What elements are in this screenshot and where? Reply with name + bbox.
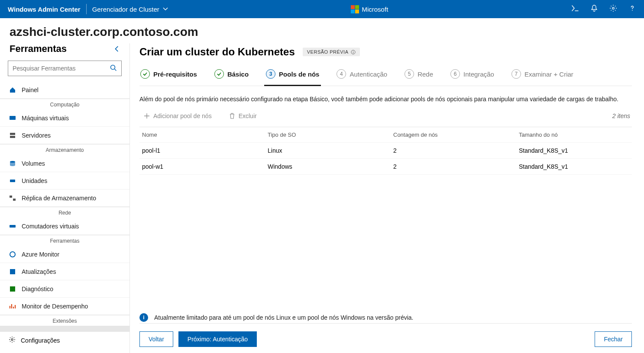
sidebar-item-label: Painel [22,87,39,93]
sidebar-item-painel[interactable]: Painel [0,81,129,99]
info-banner: i Atualmente limitado para até um pool d… [139,313,632,322]
step-prerequisites[interactable]: Pré-requisitos [139,69,198,86]
sidebar-item-label: Azure Monitor [22,251,59,258]
svg-rect-9 [10,225,16,228]
updates-icon [9,268,16,275]
sidebar-settings[interactable]: Configurações [0,331,129,349]
search-icon[interactable] [110,64,117,74]
close-button[interactable]: Fechar [595,331,632,347]
notifications-icon[interactable] [590,4,598,14]
volumes-icon [9,160,16,167]
table-row[interactable]: pool-w1 Windows 2 Standard_K8S_v1 [139,159,632,175]
step-review[interactable]: 7 Examinar + Criar [511,69,574,86]
step-authentication[interactable]: 4 Autenticação [336,69,388,86]
step-label: Examinar + Criar [524,71,573,78]
sidebar-settings-label: Configurações [21,337,60,344]
settings-icon[interactable] [609,4,617,14]
item-count: 2 itens [612,112,630,119]
microsoft-logo-label: Microsoft [362,6,388,13]
step-label: Integração [463,71,494,78]
svg-point-1 [111,65,115,70]
step-nodepools[interactable]: 3 Pools de nós [265,69,320,86]
add-pool-button[interactable]: Adicionar pool de nós [141,109,214,123]
col-count: Contagem de nós [393,132,519,138]
sidebar-item-volumes[interactable]: Volumes [0,155,129,172]
context-switcher[interactable]: Gerenciador de Cluster [92,6,168,13]
sidebar-item-label: Monitor de Desempenho [22,303,88,310]
sidebar-item-diagnostico[interactable]: Diagnóstico [0,280,129,298]
brand-label[interactable]: Windows Admin Center [8,6,81,13]
step-label: Rede [417,71,433,78]
context-label: Gerenciador de Cluster [92,6,159,13]
svg-rect-12 [10,286,15,292]
step-number: 3 [266,69,275,79]
step-network[interactable]: 5 Rede [404,69,434,86]
pool-description: Além do pool de nós primário necessário … [139,96,632,103]
step-label: Pools de nós [279,71,319,78]
step-number: 5 [405,69,414,79]
check-icon [140,69,150,79]
sidebar-item-azuremonitor[interactable]: Azure Monitor [0,246,129,263]
switch-icon [9,223,16,230]
step-label: Autenticação [350,71,387,78]
table-row[interactable]: pool-l1 Linux 2 Standard_K8S_v1 [139,143,632,159]
top-bar: Windows Admin Center Gerenciador de Clus… [0,0,644,18]
svg-point-10 [10,252,15,257]
home-icon [9,87,16,93]
chevron-down-icon [163,6,168,12]
replica-icon [9,195,16,202]
search-input[interactable] [8,61,122,76]
back-button[interactable]: Voltar [139,331,173,347]
drives-icon [9,177,16,184]
plus-icon [144,113,150,119]
collapse-sidebar-icon[interactable] [114,46,120,52]
step-number: 7 [511,69,521,79]
topbar-actions [571,4,636,14]
console-icon[interactable] [571,4,579,14]
cell-count: 2 [393,163,519,170]
sidebar-item-replica[interactable]: Réplica de Armazenamento [0,189,129,207]
step-number: 4 [337,69,346,79]
sidebar-item-servidores[interactable]: Servidores [0,127,129,144]
svg-rect-8 [13,199,16,201]
cluster-title: azshci-cluster.corp.contoso.com [0,18,644,43]
sidebar-item-monitor[interactable]: Monitor de Desempenho [0,298,129,315]
delete-pool-button[interactable]: Excluir [227,109,259,123]
table-header: Nome Tipo de SO Contagem de nós Tamanho … [139,127,632,143]
sidebar-item-unidades[interactable]: Unidades [0,172,129,189]
microsoft-logo: Microsoft [351,5,388,13]
info-icon [351,50,356,55]
sidebar-group-ferramentas: Ferramentas [0,235,129,246]
step-basic[interactable]: Básico [214,69,249,86]
search-tools [8,61,122,76]
sidebar-item-atualizacoes[interactable]: Atualizações [0,263,129,280]
pool-toolbar: Adicionar pool de nós Excluir 2 itens [139,109,632,123]
wizard-steps: Pré-requisitos Básico 3 Pools de nós 4 A… [139,69,632,86]
microsoft-logo-icon [351,5,359,13]
col-size: Tamanho do nó [519,132,629,138]
next-button[interactable]: Próximo: Autenticação [178,331,257,347]
preview-badge-label: VERSÃO PRÉVIA [307,49,349,55]
step-label: Pré-requisitos [153,71,197,78]
help-icon[interactable] [628,4,636,14]
vm-icon [9,115,16,122]
gear-icon [9,336,16,344]
tools-heading: Ferramentas [10,43,67,55]
azure-monitor-icon [9,251,16,258]
cell-os: Windows [268,163,393,170]
sidebar-item-aks[interactable]: Serviço de Kubernetes do Azure [0,326,129,331]
sidebar-item-label: Atualizações [22,268,56,275]
perfmon-icon [9,303,16,310]
page-title: Criar um cluster do Kubernetes [139,46,295,58]
info-icon: i [139,313,148,322]
cell-size: Standard_K8S_v1 [519,147,629,154]
sidebar-item-label: Réplica de Armazenamento [22,195,96,202]
svg-point-0 [612,7,614,9]
svg-rect-4 [10,136,15,138]
svg-rect-11 [10,269,15,274]
step-number: 6 [450,69,460,79]
sidebar-item-comutadores[interactable]: Comutadores virtuais [0,218,129,235]
step-integration[interactable]: 6 Integração [450,69,495,86]
svg-rect-2 [10,116,16,120]
sidebar-item-maquinas[interactable]: Máquinas virtuais [0,109,129,127]
